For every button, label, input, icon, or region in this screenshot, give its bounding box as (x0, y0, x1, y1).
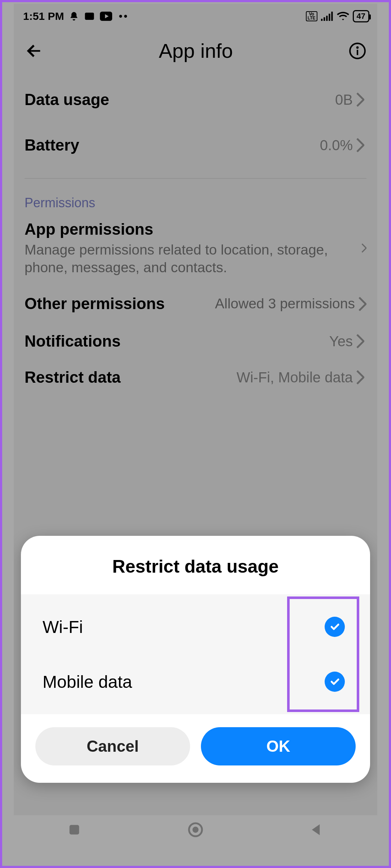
restrict-data-dialog: Restrict data usage Wi-Fi Mobile data Ca… (21, 536, 370, 783)
ok-button[interactable]: OK (201, 727, 356, 765)
checkbox-checked-icon[interactable] (325, 672, 345, 692)
dialog-body: Wi-Fi Mobile data (21, 594, 370, 714)
phone-frame: 1:51 PM •• VoLTE 47 A (14, 4, 377, 815)
dialog-actions: Cancel OK (21, 714, 370, 783)
cancel-button[interactable]: Cancel (35, 727, 190, 765)
recent-apps-icon[interactable] (64, 820, 84, 840)
dialog-title: Restrict data usage (21, 536, 370, 594)
back-nav-icon[interactable] (307, 820, 327, 840)
system-nav-bar (14, 810, 377, 854)
checkbox-checked-icon[interactable] (325, 617, 345, 637)
dialog-option-wifi[interactable]: Wi-Fi (21, 599, 370, 654)
home-icon[interactable] (185, 820, 206, 840)
option-label: Wi-Fi (43, 617, 83, 637)
option-label: Mobile data (43, 672, 132, 692)
svg-point-12 (193, 827, 199, 833)
svg-rect-10 (70, 825, 79, 835)
dialog-option-mobile-data[interactable]: Mobile data (21, 654, 370, 709)
